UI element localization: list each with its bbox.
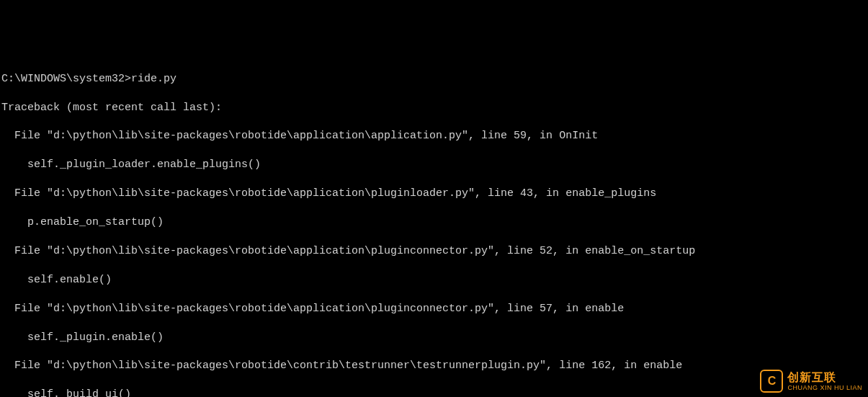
terminal-line: self._plugin_loader.enable_plugins()	[1, 158, 867, 172]
terminal-line: File "d:\python\lib\site-packages\roboti…	[1, 129, 867, 143]
terminal-line: File "d:\python\lib\site-packages\roboti…	[1, 302, 867, 316]
terminal-line: self._build_ui()	[1, 388, 867, 397]
terminal-line: C:\WINDOWS\system32>ride.py	[1, 72, 867, 86]
terminal-line: Traceback (most recent call last):	[1, 101, 867, 115]
terminal-line: File "d:\python\lib\site-packages\roboti…	[1, 244, 867, 259]
terminal-line: File "d:\python\lib\site-packages\roboti…	[1, 359, 867, 373]
terminal-output: C:\WINDOWS\system32>ride.py Traceback (m…	[0, 58, 868, 397]
terminal-line: p.enable_on_startup()	[1, 215, 867, 230]
terminal-line: self.enable()	[1, 273, 867, 287]
terminal-line: File "d:\python\lib\site-packages\roboti…	[1, 187, 867, 201]
terminal-line: self._plugin.enable()	[1, 331, 867, 345]
